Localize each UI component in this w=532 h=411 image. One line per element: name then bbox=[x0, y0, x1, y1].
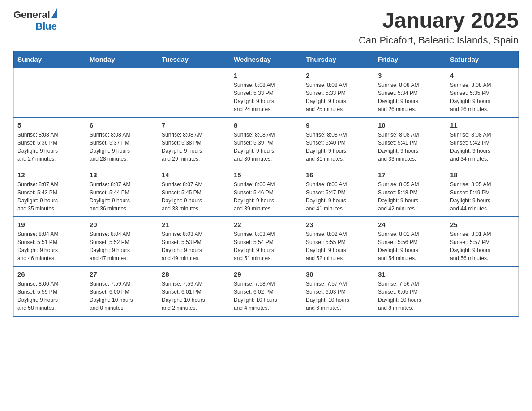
header-row: Sunday Monday Tuesday Wednesday Thursday… bbox=[14, 51, 519, 68]
table-row: 7Sunrise: 8:08 AMSunset: 5:38 PMDaylight… bbox=[158, 117, 230, 167]
col-wednesday: Wednesday bbox=[230, 51, 302, 68]
day-number: 22 bbox=[234, 221, 298, 228]
day-info: Sunrise: 8:08 AMSunset: 5:39 PMDaylight:… bbox=[234, 131, 298, 163]
table-row: 24Sunrise: 8:01 AMSunset: 5:56 PMDayligh… bbox=[374, 217, 446, 266]
day-info: Sunrise: 8:08 AMSunset: 5:42 PMDaylight:… bbox=[450, 131, 515, 163]
table-row: 17Sunrise: 8:05 AMSunset: 5:48 PMDayligh… bbox=[374, 167, 446, 217]
table-row: 9Sunrise: 8:08 AMSunset: 5:40 PMDaylight… bbox=[302, 117, 374, 167]
day-number: 15 bbox=[234, 171, 298, 179]
col-monday: Monday bbox=[86, 51, 158, 68]
title-block: January 2025 Can Picafort, Balearic Isla… bbox=[359, 9, 519, 46]
table-row: 29Sunrise: 7:58 AMSunset: 6:02 PMDayligh… bbox=[230, 266, 302, 316]
day-info: Sunrise: 8:08 AMSunset: 5:33 PMDaylight:… bbox=[234, 81, 298, 113]
day-number: 10 bbox=[378, 121, 442, 129]
table-row: 11Sunrise: 8:08 AMSunset: 5:42 PMDayligh… bbox=[446, 117, 519, 167]
day-number: 8 bbox=[234, 121, 298, 129]
col-friday: Friday bbox=[374, 51, 446, 68]
table-row: 31Sunrise: 7:56 AMSunset: 6:05 PMDayligh… bbox=[374, 266, 446, 316]
logo-general: General bbox=[13, 9, 50, 21]
calendar-header: Sunday Monday Tuesday Wednesday Thursday… bbox=[14, 51, 519, 68]
table-row: 5Sunrise: 8:08 AMSunset: 5:36 PMDaylight… bbox=[14, 117, 86, 167]
table-row bbox=[86, 68, 158, 117]
day-number: 19 bbox=[17, 221, 82, 228]
day-number: 4 bbox=[450, 72, 515, 79]
day-number: 30 bbox=[306, 270, 370, 278]
day-info: Sunrise: 8:08 AMSunset: 5:40 PMDaylight:… bbox=[306, 131, 370, 163]
table-row bbox=[446, 266, 519, 316]
table-row: 3Sunrise: 8:08 AMSunset: 5:34 PMDaylight… bbox=[374, 68, 446, 117]
logo-blue: Blue bbox=[35, 21, 57, 32]
day-info: Sunrise: 8:01 AMSunset: 5:57 PMDaylight:… bbox=[450, 230, 515, 262]
calendar-week-5: 26Sunrise: 8:00 AMSunset: 5:59 PMDayligh… bbox=[14, 266, 519, 316]
day-info: Sunrise: 7:59 AMSunset: 6:00 PMDaylight:… bbox=[90, 280, 154, 312]
day-number: 12 bbox=[17, 171, 82, 179]
table-row: 30Sunrise: 7:57 AMSunset: 6:03 PMDayligh… bbox=[302, 266, 374, 316]
day-info: Sunrise: 8:06 AMSunset: 5:47 PMDaylight:… bbox=[306, 180, 370, 213]
day-info: Sunrise: 8:03 AMSunset: 5:53 PMDaylight:… bbox=[162, 230, 226, 262]
day-info: Sunrise: 8:04 AMSunset: 5:51 PMDaylight:… bbox=[17, 230, 82, 262]
day-info: Sunrise: 8:07 AMSunset: 5:45 PMDaylight:… bbox=[162, 180, 226, 213]
day-info: Sunrise: 8:06 AMSunset: 5:46 PMDaylight:… bbox=[234, 180, 298, 213]
table-row: 18Sunrise: 8:05 AMSunset: 5:49 PMDayligh… bbox=[446, 167, 519, 217]
table-row bbox=[14, 68, 86, 117]
day-info: Sunrise: 8:08 AMSunset: 5:38 PMDaylight:… bbox=[162, 131, 226, 163]
day-number: 27 bbox=[90, 270, 154, 278]
day-number: 14 bbox=[162, 171, 226, 179]
day-info: Sunrise: 8:08 AMSunset: 5:41 PMDaylight:… bbox=[378, 131, 442, 163]
day-number: 20 bbox=[90, 221, 154, 228]
page-header: General Blue January 2025 Can Picafort, … bbox=[13, 9, 519, 46]
day-number: 2 bbox=[306, 72, 370, 79]
table-row bbox=[158, 68, 230, 117]
col-tuesday: Tuesday bbox=[158, 51, 230, 68]
day-info: Sunrise: 8:00 AMSunset: 5:59 PMDaylight:… bbox=[17, 280, 82, 312]
day-info: Sunrise: 7:56 AMSunset: 6:05 PMDaylight:… bbox=[378, 280, 442, 312]
table-row: 27Sunrise: 7:59 AMSunset: 6:00 PMDayligh… bbox=[86, 266, 158, 316]
day-info: Sunrise: 8:08 AMSunset: 5:34 PMDaylight:… bbox=[378, 81, 442, 113]
table-row: 8Sunrise: 8:08 AMSunset: 5:39 PMDaylight… bbox=[230, 117, 302, 167]
day-info: Sunrise: 7:57 AMSunset: 6:03 PMDaylight:… bbox=[306, 280, 370, 312]
day-info: Sunrise: 7:58 AMSunset: 6:02 PMDaylight:… bbox=[234, 280, 298, 312]
day-number: 9 bbox=[306, 121, 370, 129]
table-row: 15Sunrise: 8:06 AMSunset: 5:46 PMDayligh… bbox=[230, 167, 302, 217]
table-row: 19Sunrise: 8:04 AMSunset: 5:51 PMDayligh… bbox=[14, 217, 86, 266]
day-number: 21 bbox=[162, 221, 226, 228]
table-row: 16Sunrise: 8:06 AMSunset: 5:47 PMDayligh… bbox=[302, 167, 374, 217]
day-info: Sunrise: 8:05 AMSunset: 5:48 PMDaylight:… bbox=[378, 180, 442, 213]
day-number: 24 bbox=[378, 221, 442, 228]
day-number: 5 bbox=[17, 121, 82, 129]
day-info: Sunrise: 8:03 AMSunset: 5:54 PMDaylight:… bbox=[234, 230, 298, 262]
table-row: 14Sunrise: 8:07 AMSunset: 5:45 PMDayligh… bbox=[158, 167, 230, 217]
day-number: 17 bbox=[378, 171, 442, 179]
table-row: 23Sunrise: 8:02 AMSunset: 5:55 PMDayligh… bbox=[302, 217, 374, 266]
page-title: January 2025 bbox=[359, 9, 519, 33]
day-number: 3 bbox=[378, 72, 442, 79]
day-number: 6 bbox=[90, 121, 154, 129]
table-row: 20Sunrise: 8:04 AMSunset: 5:52 PMDayligh… bbox=[86, 217, 158, 266]
table-row: 6Sunrise: 8:08 AMSunset: 5:37 PMDaylight… bbox=[86, 117, 158, 167]
day-info: Sunrise: 8:08 AMSunset: 5:35 PMDaylight:… bbox=[450, 81, 515, 113]
table-row: 12Sunrise: 8:07 AMSunset: 5:43 PMDayligh… bbox=[14, 167, 86, 217]
col-thursday: Thursday bbox=[302, 51, 374, 68]
day-info: Sunrise: 8:05 AMSunset: 5:49 PMDaylight:… bbox=[450, 180, 515, 213]
table-row: 13Sunrise: 8:07 AMSunset: 5:44 PMDayligh… bbox=[86, 167, 158, 217]
day-number: 11 bbox=[450, 121, 515, 129]
day-number: 16 bbox=[306, 171, 370, 179]
day-number: 13 bbox=[90, 171, 154, 179]
day-info: Sunrise: 8:07 AMSunset: 5:43 PMDaylight:… bbox=[17, 180, 82, 213]
col-saturday: Saturday bbox=[446, 51, 519, 68]
table-row: 25Sunrise: 8:01 AMSunset: 5:57 PMDayligh… bbox=[446, 217, 519, 266]
calendar-week-1: 1Sunrise: 8:08 AMSunset: 5:33 PMDaylight… bbox=[14, 68, 519, 117]
day-number: 26 bbox=[17, 270, 82, 278]
day-number: 1 bbox=[234, 72, 298, 79]
table-row: 22Sunrise: 8:03 AMSunset: 5:54 PMDayligh… bbox=[230, 217, 302, 266]
day-info: Sunrise: 8:02 AMSunset: 5:55 PMDaylight:… bbox=[306, 230, 370, 262]
logo-arrow-icon bbox=[51, 8, 57, 18]
day-info: Sunrise: 8:08 AMSunset: 5:36 PMDaylight:… bbox=[17, 131, 82, 163]
day-number: 7 bbox=[162, 121, 226, 129]
table-row: 28Sunrise: 7:59 AMSunset: 6:01 PMDayligh… bbox=[158, 266, 230, 316]
page-subtitle: Can Picafort, Balearic Islands, Spain bbox=[359, 34, 519, 46]
day-info: Sunrise: 8:07 AMSunset: 5:44 PMDaylight:… bbox=[90, 180, 154, 213]
day-info: Sunrise: 8:04 AMSunset: 5:52 PMDaylight:… bbox=[90, 230, 154, 262]
day-number: 18 bbox=[450, 171, 515, 179]
day-info: Sunrise: 8:01 AMSunset: 5:56 PMDaylight:… bbox=[378, 230, 442, 262]
